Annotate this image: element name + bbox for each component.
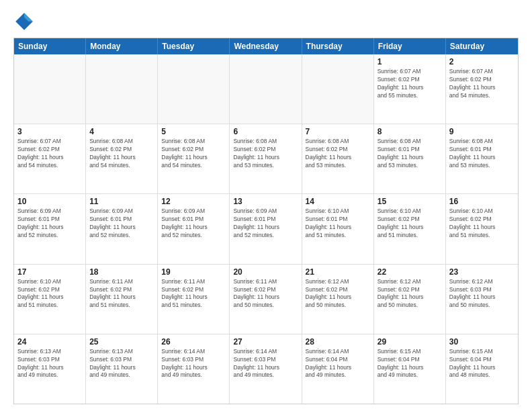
day-info: Sunrise: 6:10 AM Sunset: 6:02 PM Dayligh… <box>449 208 515 240</box>
calendar-row: 10Sunrise: 6:09 AM Sunset: 6:01 PM Dayli… <box>14 193 518 263</box>
calendar-cell: 23Sunrise: 6:12 AM Sunset: 6:03 PM Dayli… <box>446 265 518 334</box>
weekday-header: Friday <box>374 38 446 54</box>
day-info: Sunrise: 6:09 AM Sunset: 6:01 PM Dayligh… <box>89 208 154 240</box>
day-number: 8 <box>378 127 442 136</box>
calendar-cell: 12Sunrise: 6:09 AM Sunset: 6:01 PM Dayli… <box>158 194 230 263</box>
calendar-cell: 16Sunrise: 6:10 AM Sunset: 6:02 PM Dayli… <box>446 194 518 263</box>
day-info: Sunrise: 6:10 AM Sunset: 6:02 PM Dayligh… <box>378 208 442 240</box>
calendar-cell: 3Sunrise: 6:07 AM Sunset: 6:02 PM Daylig… <box>14 124 86 193</box>
calendar: SundayMondayTuesdayWednesdayThursdayFrid… <box>13 38 519 404</box>
day-info: Sunrise: 6:08 AM Sunset: 6:01 PM Dayligh… <box>449 138 515 170</box>
day-info: Sunrise: 6:15 AM Sunset: 6:04 PM Dayligh… <box>449 348 515 380</box>
day-info: Sunrise: 6:08 AM Sunset: 6:01 PM Dayligh… <box>378 138 442 170</box>
logo-icon <box>13 11 35 32</box>
weekday-header: Wednesday <box>230 38 302 54</box>
day-number: 24 <box>17 337 82 347</box>
day-number: 19 <box>161 267 226 277</box>
calendar-cell: 30Sunrise: 6:15 AM Sunset: 6:04 PM Dayli… <box>446 334 518 404</box>
day-info: Sunrise: 6:13 AM Sunset: 6:03 PM Dayligh… <box>17 348 82 380</box>
calendar-cell: 2Sunrise: 6:07 AM Sunset: 6:02 PM Daylig… <box>446 54 518 124</box>
day-info: Sunrise: 6:09 AM Sunset: 6:01 PM Dayligh… <box>161 208 226 240</box>
day-number: 21 <box>306 267 370 277</box>
calendar-cell: 28Sunrise: 6:14 AM Sunset: 6:04 PM Dayli… <box>302 334 374 404</box>
day-info: Sunrise: 6:12 AM Sunset: 6:02 PM Dayligh… <box>306 278 370 310</box>
page: SundayMondayTuesdayWednesdayThursdayFrid… <box>0 0 532 411</box>
calendar-row: 3Sunrise: 6:07 AM Sunset: 6:02 PM Daylig… <box>14 124 518 193</box>
day-number: 27 <box>233 337 298 347</box>
day-number: 1 <box>378 57 442 66</box>
day-number: 23 <box>449 267 515 277</box>
calendar-cell: 18Sunrise: 6:11 AM Sunset: 6:02 PM Dayli… <box>86 265 158 334</box>
day-number: 18 <box>89 267 154 277</box>
day-number: 28 <box>306 337 370 347</box>
calendar-cell: 5Sunrise: 6:08 AM Sunset: 6:02 PM Daylig… <box>158 124 230 193</box>
day-info: Sunrise: 6:15 AM Sunset: 6:04 PM Dayligh… <box>378 348 442 380</box>
day-number: 11 <box>89 197 154 206</box>
day-info: Sunrise: 6:08 AM Sunset: 6:02 PM Dayligh… <box>89 138 154 170</box>
day-info: Sunrise: 6:08 AM Sunset: 6:02 PM Dayligh… <box>233 138 298 170</box>
weekday-header: Thursday <box>302 38 374 54</box>
calendar-cell: 19Sunrise: 6:11 AM Sunset: 6:02 PM Dayli… <box>158 265 230 334</box>
day-info: Sunrise: 6:14 AM Sunset: 6:03 PM Dayligh… <box>161 348 226 380</box>
day-info: Sunrise: 6:08 AM Sunset: 6:02 PM Dayligh… <box>306 138 370 170</box>
day-info: Sunrise: 6:07 AM Sunset: 6:02 PM Dayligh… <box>17 138 82 170</box>
day-info: Sunrise: 6:09 AM Sunset: 6:01 PM Dayligh… <box>17 208 82 240</box>
day-number: 13 <box>233 197 298 206</box>
day-info: Sunrise: 6:10 AM Sunset: 6:02 PM Dayligh… <box>17 278 82 310</box>
calendar-cell: 15Sunrise: 6:10 AM Sunset: 6:02 PM Dayli… <box>374 194 446 263</box>
calendar-cell: 20Sunrise: 6:11 AM Sunset: 6:02 PM Dayli… <box>230 265 302 334</box>
day-info: Sunrise: 6:11 AM Sunset: 6:02 PM Dayligh… <box>89 278 154 310</box>
calendar-cell: 7Sunrise: 6:08 AM Sunset: 6:02 PM Daylig… <box>302 124 374 193</box>
calendar-cell <box>230 54 302 124</box>
day-number: 14 <box>306 197 370 206</box>
calendar-row: 1Sunrise: 6:07 AM Sunset: 6:02 PM Daylig… <box>14 54 518 124</box>
calendar-cell: 24Sunrise: 6:13 AM Sunset: 6:03 PM Dayli… <box>14 334 86 404</box>
day-number: 4 <box>89 127 154 136</box>
calendar-cell: 6Sunrise: 6:08 AM Sunset: 6:02 PM Daylig… <box>230 124 302 193</box>
day-info: Sunrise: 6:14 AM Sunset: 6:03 PM Dayligh… <box>233 348 298 380</box>
calendar-cell: 11Sunrise: 6:09 AM Sunset: 6:01 PM Dayli… <box>86 194 158 263</box>
day-number: 12 <box>161 197 226 206</box>
day-info: Sunrise: 6:09 AM Sunset: 6:01 PM Dayligh… <box>233 208 298 240</box>
calendar-cell <box>158 54 230 124</box>
calendar-cell: 21Sunrise: 6:12 AM Sunset: 6:02 PM Dayli… <box>302 265 374 334</box>
day-number: 16 <box>449 197 515 206</box>
day-number: 3 <box>17 127 82 136</box>
calendar-cell <box>14 54 86 124</box>
calendar-cell: 13Sunrise: 6:09 AM Sunset: 6:01 PM Dayli… <box>230 194 302 263</box>
day-number: 7 <box>306 127 370 136</box>
day-number: 22 <box>378 267 442 277</box>
day-info: Sunrise: 6:11 AM Sunset: 6:02 PM Dayligh… <box>233 278 298 310</box>
calendar-cell: 29Sunrise: 6:15 AM Sunset: 6:04 PM Dayli… <box>374 334 446 404</box>
day-info: Sunrise: 6:08 AM Sunset: 6:02 PM Dayligh… <box>161 138 226 170</box>
header <box>13 11 519 32</box>
calendar-cell: 4Sunrise: 6:08 AM Sunset: 6:02 PM Daylig… <box>86 124 158 193</box>
calendar-row: 24Sunrise: 6:13 AM Sunset: 6:03 PM Dayli… <box>14 334 518 404</box>
day-info: Sunrise: 6:14 AM Sunset: 6:04 PM Dayligh… <box>306 348 370 380</box>
calendar-cell: 17Sunrise: 6:10 AM Sunset: 6:02 PM Dayli… <box>14 265 86 334</box>
day-number: 2 <box>449 57 515 66</box>
calendar-row: 17Sunrise: 6:10 AM Sunset: 6:02 PM Dayli… <box>14 264 518 334</box>
day-number: 26 <box>161 337 226 347</box>
calendar-cell: 26Sunrise: 6:14 AM Sunset: 6:03 PM Dayli… <box>158 334 230 404</box>
day-info: Sunrise: 6:07 AM Sunset: 6:02 PM Dayligh… <box>378 68 442 100</box>
calendar-cell: 14Sunrise: 6:10 AM Sunset: 6:01 PM Dayli… <box>302 194 374 263</box>
calendar-cell: 22Sunrise: 6:12 AM Sunset: 6:02 PM Dayli… <box>374 265 446 334</box>
weekday-header: Monday <box>86 38 158 54</box>
day-info: Sunrise: 6:12 AM Sunset: 6:03 PM Dayligh… <box>449 278 515 310</box>
day-info: Sunrise: 6:13 AM Sunset: 6:03 PM Dayligh… <box>89 348 154 380</box>
day-info: Sunrise: 6:10 AM Sunset: 6:01 PM Dayligh… <box>306 208 370 240</box>
day-number: 6 <box>233 127 298 136</box>
day-number: 20 <box>233 267 298 277</box>
day-info: Sunrise: 6:07 AM Sunset: 6:02 PM Dayligh… <box>449 68 515 100</box>
calendar-cell: 10Sunrise: 6:09 AM Sunset: 6:01 PM Dayli… <box>14 194 86 263</box>
calendar-cell <box>86 54 158 124</box>
calendar-header: SundayMondayTuesdayWednesdayThursdayFrid… <box>14 38 518 54</box>
day-number: 15 <box>378 197 442 206</box>
day-info: Sunrise: 6:11 AM Sunset: 6:02 PM Dayligh… <box>161 278 226 310</box>
day-number: 5 <box>161 127 226 136</box>
day-number: 10 <box>17 197 82 206</box>
calendar-cell: 27Sunrise: 6:14 AM Sunset: 6:03 PM Dayli… <box>230 334 302 404</box>
day-info: Sunrise: 6:12 AM Sunset: 6:02 PM Dayligh… <box>378 278 442 310</box>
calendar-cell: 25Sunrise: 6:13 AM Sunset: 6:03 PM Dayli… <box>86 334 158 404</box>
